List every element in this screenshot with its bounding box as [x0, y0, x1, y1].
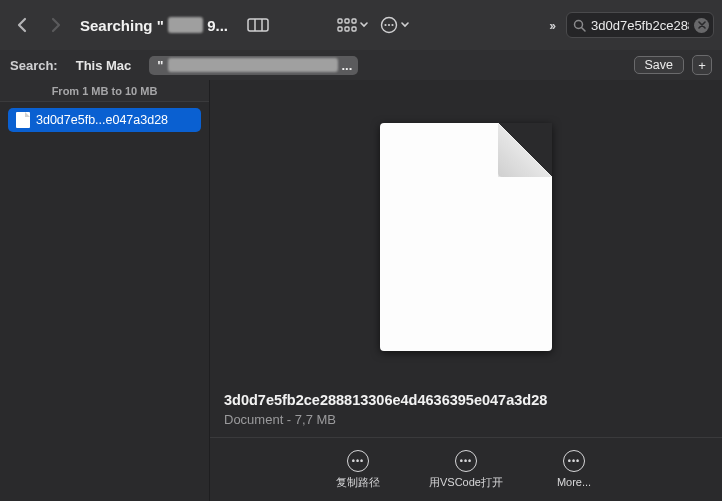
ellipsis-circle-icon [380, 16, 398, 34]
svg-point-11 [387, 24, 389, 26]
preview-column: 3d0d7e5fb2ce288813306e4d4636395e047a3d28… [210, 80, 722, 501]
svg-line-14 [582, 27, 586, 31]
view-controls [242, 11, 274, 39]
svg-rect-4 [345, 19, 349, 23]
overflow-button[interactable]: ›› [543, 18, 560, 33]
chevron-down-icon [401, 22, 409, 28]
document-preview-icon [380, 123, 552, 351]
svg-point-12 [391, 24, 393, 26]
chevron-right-icon [50, 17, 62, 33]
x-icon [698, 21, 706, 29]
svg-point-10 [384, 24, 386, 26]
preview-canvas [210, 80, 722, 384]
title-suffix: 9... [207, 17, 228, 34]
columns-icon [247, 17, 269, 33]
svg-rect-5 [352, 19, 356, 23]
search-scope-bar: Search: This Mac " ... Save + [0, 50, 722, 80]
document-icon [16, 112, 30, 128]
columns-view-button[interactable] [242, 11, 274, 39]
action-label: 复制路径 [336, 476, 380, 489]
svg-rect-3 [338, 19, 342, 23]
action-open-vscode[interactable]: ••• 用VSCode打开 [427, 450, 505, 489]
search-field[interactable] [566, 12, 714, 38]
results-list: 3d0d7e5fb...e047a3d28 [0, 102, 209, 138]
result-item[interactable]: 3d0d7e5fb...e047a3d28 [8, 108, 201, 132]
svg-rect-8 [352, 27, 356, 31]
window-title: Searching " 9... [76, 17, 236, 34]
result-item-name: 3d0d7e5fb...e047a3d28 [36, 113, 168, 127]
grouping-controls [336, 11, 410, 39]
title-prefix: Searching " [80, 17, 164, 34]
main-area: From 1 MB to 10 MB 3d0d7e5fb...e047a3d28… [0, 80, 722, 501]
action-label: 用VSCode打开 [429, 476, 503, 489]
search-input[interactable] [591, 18, 689, 33]
ellipsis-circle-icon: ••• [563, 450, 585, 472]
chevron-down-icon [360, 22, 368, 28]
action-more[interactable]: ••• More... [535, 450, 613, 489]
save-search-button[interactable]: Save [634, 56, 685, 74]
action-label: More... [557, 476, 591, 489]
preview-metadata: 3d0d7e5fb2ce288813306e4d4636395e047a3d28… [210, 384, 722, 427]
toolbar: Searching " 9... [0, 0, 722, 50]
more-options-button[interactable] [378, 11, 410, 39]
scope-folder-redacted [168, 58, 338, 72]
search-icon [573, 19, 586, 32]
ellipsis-circle-icon: ••• [347, 450, 369, 472]
title-redacted [168, 17, 203, 33]
scope-this-mac[interactable]: This Mac [68, 55, 140, 76]
search-label: Search: [10, 58, 58, 73]
preview-kind-size: Document - 7,7 MB [224, 412, 708, 427]
scope-folder-ellipsis: ... [342, 58, 353, 73]
forward-button[interactable] [42, 11, 70, 39]
group-by-button[interactable] [336, 11, 368, 39]
grid-icon [337, 18, 357, 32]
svg-rect-0 [248, 19, 268, 31]
action-copy-path[interactable]: ••• 复制路径 [319, 450, 397, 489]
add-criteria-button[interactable]: + [692, 55, 712, 75]
clear-search-button[interactable] [694, 18, 709, 33]
scope-current-folder[interactable]: " ... [149, 56, 358, 75]
results-group-header: From 1 MB to 10 MB [0, 80, 209, 102]
ellipsis-circle-icon: ••• [455, 450, 477, 472]
back-button[interactable] [8, 11, 36, 39]
preview-filename: 3d0d7e5fb2ce288813306e4d4636395e047a3d28 [224, 392, 708, 408]
svg-rect-7 [345, 27, 349, 31]
results-column: From 1 MB to 10 MB 3d0d7e5fb...e047a3d28 [0, 80, 210, 501]
svg-rect-6 [338, 27, 342, 31]
chevron-left-icon [16, 17, 28, 33]
quick-actions-bar: ••• 复制路径 ••• 用VSCode打开 ••• More... [210, 437, 722, 501]
